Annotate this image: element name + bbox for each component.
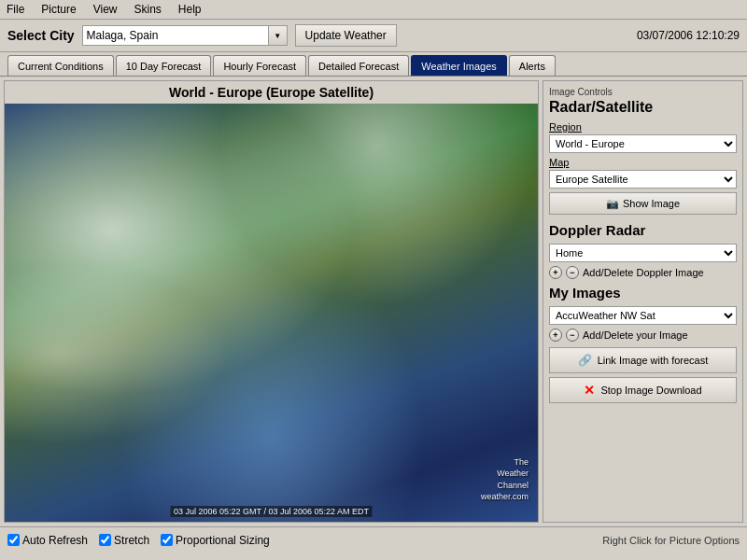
menu-picture[interactable]: Picture	[38, 2, 78, 17]
auto-refresh-label: Auto Refresh	[22, 534, 88, 547]
city-dropdown-button[interactable]: ▼	[269, 25, 288, 46]
show-image-label: Show Image	[623, 198, 680, 209]
camera-icon: 📷	[606, 198, 619, 210]
satellite-layer	[5, 104, 538, 522]
link-image-forecast-button[interactable]: 🔗 Link Image with forecast	[549, 347, 737, 373]
radar-satellite-title: Radar/Satellite	[549, 99, 737, 116]
doppler-row: Home	[549, 244, 737, 262]
right-panel: Image Controls Radar/Satellite Region Wo…	[543, 80, 743, 523]
tabs-bar: Current Conditions 10 Day Forecast Hourl…	[0, 52, 747, 77]
doppler-add-button[interactable]: +	[549, 266, 562, 279]
tab-weather-images[interactable]: Weather Images	[411, 55, 507, 76]
bottom-bar: Auto Refresh Stretch Proportional Sizing…	[0, 526, 747, 553]
map-title: World - Europe (Europe Satellite)	[5, 81, 538, 104]
main-content: World - Europe (Europe Satellite) The We…	[0, 77, 747, 526]
stop-icon: ✕	[584, 383, 595, 398]
map-select[interactable]: Europe Satellite	[549, 170, 737, 189]
my-images-add-delete-row: + − Add/Delete your Image	[549, 329, 737, 342]
doppler-add-delete-row: + − Add/Delete Doppler Image	[549, 266, 737, 279]
link-icon: 🔗	[578, 354, 592, 367]
menu-file[interactable]: File	[4, 2, 27, 17]
stretch-checkbox[interactable]: Stretch	[99, 534, 149, 547]
map-row: Europe Satellite	[549, 170, 737, 189]
auto-refresh-checkbox[interactable]: Auto Refresh	[7, 534, 88, 547]
region-label: Region	[549, 121, 737, 133]
proportional-input[interactable]	[161, 534, 173, 546]
city-input[interactable]	[82, 25, 269, 46]
my-images-select[interactable]: AccuWeather NW Sat	[549, 306, 737, 325]
update-weather-button[interactable]: Update Weather	[295, 24, 397, 47]
stretch-input[interactable]	[99, 534, 111, 546]
select-city-label: Select City	[7, 28, 75, 43]
doppler-add-delete-label: Add/Delete Doppler Image	[583, 267, 704, 278]
datetime-display: 03/07/2006 12:10:29	[637, 29, 740, 42]
tab-detailed-forecast[interactable]: Detailed Forecast	[308, 55, 409, 76]
tab-10day-forecast[interactable]: 10 Day Forecast	[116, 55, 212, 76]
toolbar: Select City ▼ Update Weather 03/07/2006 …	[0, 20, 747, 52]
my-images-add-button[interactable]: +	[549, 329, 562, 342]
region-select[interactable]: World - Europe	[549, 134, 737, 153]
image-controls-label: Image Controls	[549, 87, 737, 97]
doppler-delete-button[interactable]: −	[566, 266, 579, 279]
region-row: World - Europe	[549, 134, 737, 153]
proportional-label: Proportional Sizing	[176, 534, 270, 547]
link-image-label: Link Image with forecast	[598, 355, 709, 366]
map-area: World - Europe (Europe Satellite) The We…	[4, 80, 539, 523]
city-select-container: ▼	[82, 25, 288, 46]
tab-current-conditions[interactable]: Current Conditions	[7, 55, 114, 76]
my-images-title: My Images	[549, 285, 737, 301]
my-images-row: AccuWeather NW Sat	[549, 306, 737, 325]
proportional-sizing-checkbox[interactable]: Proportional Sizing	[161, 534, 270, 547]
map-watermark: The Weather Channel weather.com	[481, 456, 529, 503]
my-images-delete-button[interactable]: −	[566, 329, 579, 342]
doppler-radar-title: Doppler Radar	[549, 222, 737, 238]
stop-image-download-button[interactable]: ✕ Stop Image Download	[549, 377, 737, 403]
tab-hourly-forecast[interactable]: Hourly Forecast	[213, 55, 306, 76]
show-image-button[interactable]: 📷 Show Image	[549, 192, 737, 215]
stretch-label: Stretch	[114, 534, 149, 547]
right-click-hint: Right Click for Picture Options	[602, 535, 740, 546]
doppler-select[interactable]: Home	[549, 244, 737, 262]
map-label: Map	[549, 157, 737, 168]
stop-image-label: Stop Image Download	[600, 385, 701, 396]
tab-alerts[interactable]: Alerts	[509, 55, 556, 76]
auto-refresh-input[interactable]	[7, 534, 20, 546]
map-timestamp: 03 Jul 2006 05:22 GMT / 03 Jul 2006 05:2…	[170, 506, 373, 517]
my-images-add-delete-label: Add/Delete your Image	[583, 329, 688, 341]
menu-skins[interactable]: Skins	[132, 2, 164, 17]
menu-bar: File Picture View Skins Help	[0, 0, 747, 20]
menu-view[interactable]: View	[91, 2, 120, 17]
menu-help[interactable]: Help	[176, 2, 204, 17]
map-image[interactable]: The Weather Channel weather.com 03 Jul 2…	[5, 104, 538, 522]
